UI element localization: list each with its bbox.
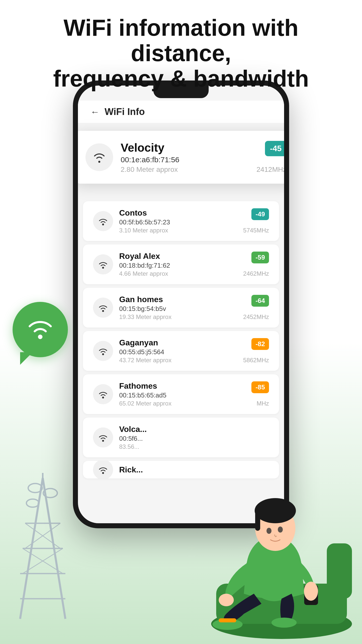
network-badge-2: -64 — [251, 295, 269, 307]
network-item-ganhomes[interactable]: Gan homes 00:15:bg:54:b5v 19.33 Meter ap… — [83, 288, 279, 328]
network-info-4: Fathomes 00:15:b5:65:ad5 65.02 Meter app… — [119, 381, 269, 407]
wifi-icon-4 — [93, 384, 113, 404]
page-heading: WiFi information with distance, frequenc… — [0, 15, 362, 92]
svg-point-1 — [102, 267, 104, 269]
network-mac-3: 00:55:d5:j5:564 — [119, 348, 269, 356]
network-mac-5: 00:5f6... — [119, 435, 269, 442]
featured-wifi-icon — [85, 143, 113, 171]
svg-point-31 — [219, 594, 234, 606]
svg-rect-28 — [255, 511, 260, 531]
network-freq-2: 2452MHz — [243, 313, 269, 320]
wifi-icon-1 — [93, 254, 113, 274]
network-badge-1: -59 — [251, 252, 269, 263]
svg-point-29 — [266, 528, 272, 534]
network-name-2: Gan homes — [119, 295, 269, 304]
network-name-4: Fathomes — [119, 381, 269, 391]
network-item-royalalex[interactable]: Royal Alex 00:18:bd:fg:71:62 4.66 Meter … — [83, 245, 279, 284]
network-name-0: Contos — [119, 208, 269, 218]
network-item-contos[interactable]: Contos 00:5f:b6:5b:57:23 3.10 Meter appr… — [83, 201, 279, 241]
featured-network-mac: 00:1e:a6:fb:71:56 — [121, 155, 284, 164]
network-badge-3: -82 — [251, 338, 269, 350]
network-mac-4: 00:15:b5:65:ad5 — [119, 391, 269, 399]
wifi-icon-3 — [93, 341, 113, 361]
network-name-5: Volca... — [119, 425, 269, 434]
wifi-icon-5 — [93, 427, 113, 448]
app-title: WiFi Info — [105, 106, 145, 117]
network-freq-1: 2462MHz — [243, 270, 269, 277]
svg-rect-36 — [219, 618, 236, 622]
network-item-gaganyan[interactable]: Gaganyan 00:55:d5:j5:564 43.72 Meter app… — [83, 331, 279, 371]
network-mac-2: 00:15:bg:54:b5v — [119, 305, 269, 313]
svg-point-4 — [102, 397, 104, 398]
network-item-fathomes[interactable]: Fathomes 00:15:b5:65:ad5 65.02 Meter app… — [83, 374, 279, 414]
network-name-1: Royal Alex — [119, 252, 269, 261]
heading-line1: WiFi information with distance, — [64, 15, 298, 66]
featured-network-card[interactable]: Velocity 00:1e:a6:fb:71:56 2.80 Meter ap… — [78, 131, 284, 184]
svg-point-27 — [255, 498, 296, 523]
network-freq-4: MHz — [257, 400, 269, 407]
wifi-icon-2 — [93, 298, 113, 318]
wifi-icon-0 — [93, 211, 113, 231]
featured-network-name: Velocity — [121, 141, 284, 154]
network-list: Contos 00:5f:b6:5b:57:23 3.10 Meter appr… — [83, 201, 279, 482]
svg-point-3 — [102, 353, 104, 355]
svg-point-5 — [102, 440, 104, 442]
svg-point-7 — [38, 335, 42, 339]
wifi-bubble — [13, 302, 68, 357]
featured-network-freq: 2412MHz — [256, 166, 284, 174]
network-distance-4: 65.02 Meter approx — [119, 400, 269, 407]
tower-illustration — [15, 473, 70, 624]
wifi-icon-6 — [93, 461, 113, 478]
svg-rect-24 — [327, 543, 352, 599]
network-freq-3: 5862MHz — [243, 357, 269, 364]
network-badge-0: -49 — [251, 208, 269, 220]
svg-point-33 — [304, 582, 318, 601]
network-name-3: Gaganyan — [119, 338, 269, 347]
network-freq-0: 5745MHz — [243, 227, 269, 234]
svg-point-35 — [272, 618, 297, 628]
featured-signal-badge: -45 — [265, 141, 284, 156]
back-button[interactable]: ← — [90, 107, 100, 117]
svg-point-6 — [102, 472, 104, 474]
svg-point-0 — [102, 224, 104, 225]
svg-point-30 — [278, 527, 283, 533]
network-mac-1: 00:18:bd:fg:71:62 — [119, 262, 269, 269]
heading-line2: frequency & bandwidth — [53, 66, 309, 91]
network-badge-4: -85 — [251, 381, 269, 393]
svg-point-2 — [102, 310, 104, 312]
app-header-bar: ← WiFi Info — [78, 101, 284, 123]
svg-point-20 — [26, 499, 39, 507]
network-mac-0: 00:5f:b6:5b:57:23 — [119, 218, 269, 226]
person-illustration — [186, 443, 362, 644]
